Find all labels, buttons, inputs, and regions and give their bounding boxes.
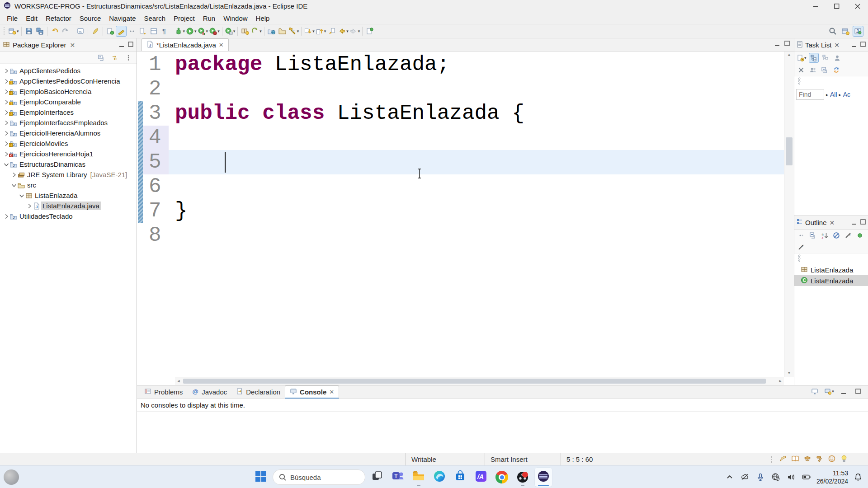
tab-problems[interactable]: Problems: [140, 385, 187, 399]
minimize-view-icon[interactable]: [774, 40, 780, 48]
tree-expander-icon[interactable]: [10, 171, 18, 178]
documentation-book-icon[interactable]: [791, 455, 799, 464]
toolbar-save-icon[interactable]: [24, 26, 34, 37]
scrollbar-thumb[interactable]: [786, 137, 793, 165]
code-editor[interactable]: 1package ListaEnlazada;23public class Li…: [137, 52, 794, 385]
outline-item[interactable]: ListaEnlazada: [794, 264, 868, 275]
maximize-icon[interactable]: [853, 386, 863, 397]
menu-window[interactable]: Window: [219, 13, 251, 23]
collapse-all-icon[interactable]: [820, 65, 830, 75]
close-icon[interactable]: ✕: [329, 389, 334, 395]
menu-refactor[interactable]: Refactor: [42, 13, 75, 23]
tree-expander-icon[interactable]: [10, 182, 18, 189]
taskbar-edge-button[interactable]: [430, 467, 448, 487]
maximize-button[interactable]: [826, 0, 847, 12]
new-task-icon[interactable]: ▾: [796, 53, 807, 63]
toolbar-open-task-icon[interactable]: [75, 26, 86, 37]
editor-tab[interactable]: J *ListaEnlazada.java ✕: [142, 38, 229, 51]
minimize-view-icon[interactable]: [851, 219, 857, 226]
toolbar-show-whitespace-icon[interactable]: ¶: [159, 26, 170, 37]
taskbar-corner-app[interactable]: [4, 469, 19, 485]
close-icon[interactable]: ✕: [834, 42, 840, 49]
collapse-all-icon[interactable]: [808, 230, 818, 240]
toolbar-quick-search-icon[interactable]: [827, 26, 838, 37]
toolbar-last-edit-location-icon[interactable]: [326, 26, 337, 37]
feedback-smiley-icon[interactable]: [828, 455, 836, 464]
view-menu-icon[interactable]: [123, 52, 134, 63]
scrollbar-thumb[interactable]: [183, 379, 766, 384]
tree-item[interactable]: JUtilidadesTeclado: [0, 211, 137, 221]
tree-item[interactable]: J!EjemploInterfaces: [0, 107, 137, 117]
minimize-view-icon[interactable]: [851, 41, 857, 49]
toolbar-open-type-icon[interactable]: [266, 26, 277, 37]
graduation-cap-icon[interactable]: [803, 455, 811, 464]
sort-icon[interactable]: az: [820, 230, 830, 240]
tree-expander-icon[interactable]: [3, 67, 10, 75]
taskbar-app-a-button[interactable]: /A: [472, 467, 490, 487]
taskbar-explorer-button[interactable]: [410, 467, 428, 487]
taskbar-obs-button[interactable]: [514, 467, 532, 487]
find-input[interactable]: [796, 89, 824, 100]
vertical-scrollbar[interactable]: ▲▼: [784, 52, 794, 377]
link-with-editor-icon[interactable]: [109, 52, 120, 63]
scroll-up-icon[interactable]: ▲: [784, 52, 794, 59]
menu-run[interactable]: Run: [199, 13, 220, 23]
toolbar-next-annotation-icon[interactable]: ▾: [303, 26, 315, 37]
close-icon[interactable]: ✕: [830, 219, 835, 226]
toolbar-open-resource-icon[interactable]: [277, 26, 288, 37]
outline-item[interactable]: CListaEnlazada: [794, 275, 868, 286]
toolbar-forward-icon[interactable]: ▾: [349, 26, 361, 37]
hide-non-public-icon[interactable]: [855, 230, 865, 240]
volume-icon[interactable]: [786, 471, 797, 483]
minimize-button[interactable]: [806, 0, 826, 12]
taskbar-search[interactable]: Búsqueda: [273, 469, 365, 485]
horizontal-scrollbar[interactable]: ◀▶: [175, 377, 784, 385]
display-selected-console-icon[interactable]: [809, 386, 820, 397]
tips-lightbulb-icon[interactable]: [840, 455, 848, 464]
hide-static-icon[interactable]: s: [843, 230, 853, 240]
close-icon[interactable]: ✕: [70, 42, 75, 49]
tree-expander-icon[interactable]: [18, 192, 25, 199]
focus-workweek-icon[interactable]: [832, 53, 842, 63]
toolbar-back-icon[interactable]: ▾: [337, 26, 349, 37]
tree-expander-icon[interactable]: [3, 161, 10, 168]
minimize-icon[interactable]: [838, 386, 849, 397]
toolbar-toggle-block-selection-icon[interactable]: [137, 26, 148, 37]
synchronize-icon[interactable]: [831, 65, 841, 75]
toolbar-new-java-project-icon[interactable]: [240, 26, 250, 37]
menu-edit[interactable]: Edit: [22, 13, 42, 23]
scroll-down-icon[interactable]: ▼: [784, 370, 794, 377]
tab-javadoc[interactable]: @Javadoc: [187, 385, 231, 399]
tray-expand-icon[interactable]: [724, 471, 735, 483]
hide-local-types-icon[interactable]: L: [796, 242, 806, 252]
menu-file[interactable]: File: [3, 13, 22, 23]
menu-source[interactable]: Source: [75, 13, 105, 23]
taskbar-task-view-button[interactable]: [368, 467, 386, 487]
tree-item[interactable]: J!EjemploBasicoHerencia: [0, 86, 137, 97]
toolbar-mark-occurrences-icon[interactable]: [116, 26, 127, 37]
toolbar-debug-icon[interactable]: ▾: [174, 26, 186, 37]
tree-item[interactable]: src: [0, 180, 137, 190]
tree-item[interactable]: JEjerciciosHerenciaHoja1: [0, 149, 137, 159]
tab-console[interactable]: Console✕: [285, 385, 339, 399]
onedrive-offline-icon[interactable]: [740, 471, 750, 483]
network-offline-icon[interactable]: [770, 471, 781, 483]
clear-completed-icon[interactable]: [796, 65, 806, 75]
filter-all-link[interactable]: All: [830, 91, 837, 98]
toolbar-java-perspective-icon[interactable]: J: [853, 26, 863, 37]
taskbar-store-button[interactable]: [451, 467, 469, 487]
toolbar-search-icon[interactable]: ▾: [288, 26, 300, 37]
tree-item[interactable]: JListaEnlazada.java: [0, 201, 137, 211]
tree-expander-icon[interactable]: [3, 130, 10, 137]
taskbar-teams-button[interactable]: T: [389, 467, 407, 487]
toolbar-undo-icon[interactable]: [49, 26, 60, 37]
close-button[interactable]: [847, 0, 868, 12]
toolbar-new-wizard-icon[interactable]: ▾: [8, 26, 19, 37]
toolbar-word-wrap-icon[interactable]: [90, 26, 101, 37]
microphone-icon[interactable]: [755, 471, 766, 483]
toolbar-show-source-of-element-icon[interactable]: [148, 26, 159, 37]
tree-expander-icon[interactable]: [26, 202, 33, 210]
taskbar-start-button[interactable]: [252, 467, 270, 487]
categorized-icon[interactable]: [809, 53, 819, 63]
tree-expander-icon[interactable]: [3, 213, 10, 220]
